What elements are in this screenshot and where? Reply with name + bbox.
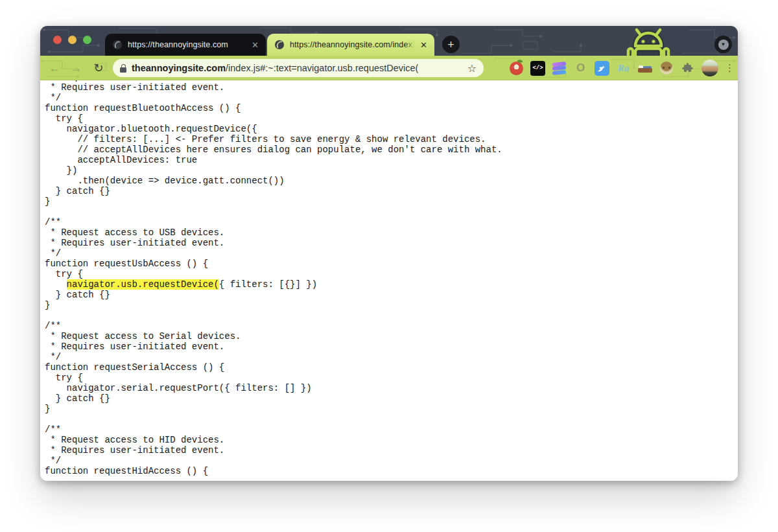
chevron-down-icon: ▼ (721, 42, 726, 47)
plus-icon: + (447, 39, 454, 51)
zoom-window-button[interactable] (83, 36, 91, 44)
page-content: * Request access to Bluetooth devices. *… (40, 80, 738, 481)
url-text: theannoyingsite.com/index.js#:~:text=nav… (132, 63, 418, 73)
profile-avatar[interactable] (701, 60, 718, 76)
code-glyph: </> (532, 65, 543, 71)
bed-extension-icon[interactable] (637, 61, 652, 76)
text-fragment-highlight: navigator.usb.requestDevice( (67, 279, 219, 290)
letter-o-glyph: O (576, 62, 585, 75)
new-tab-button[interactable]: + (442, 36, 460, 53)
tab-strip: https://theannoyingsite.com ✕ https://th… (40, 26, 738, 56)
reload-button[interactable]: ↻ (89, 56, 108, 80)
globe-favicon (274, 40, 285, 50)
letter-o-extension-icon[interactable]: O (573, 61, 588, 76)
tab-title: https://theannoyingsite.com/index.js (290, 40, 415, 49)
code-block: * Request access to Bluetooth devices. *… (40, 80, 738, 476)
tab-scroll-button[interactable]: ▼ (714, 36, 732, 53)
kebab-menu-icon: ⋮ (725, 62, 735, 73)
tab-theannoyingsite-indexjs[interactable]: https://theannoyingsite.com/index.js ✕ (267, 34, 434, 56)
tab-title-fade (405, 40, 415, 49)
pufferfish-extension-icon[interactable] (659, 61, 674, 76)
ra-extension-icon[interactable]: Ra (616, 61, 631, 76)
apple-core-extension-icon[interactable] (509, 61, 524, 76)
tab-close-icon[interactable]: ✕ (252, 40, 259, 50)
bird-extension-icon[interactable] (595, 61, 609, 76)
bookmark-star-icon[interactable]: ☆ (467, 62, 477, 75)
traffic-lights (53, 36, 91, 44)
toolbar: ← → ↻ theannoyingsite.com/index.js#:~:te… (40, 56, 738, 80)
puzzle-glyph (681, 62, 694, 75)
forward-icon: → (70, 62, 82, 75)
layers-extension-icon[interactable] (552, 61, 567, 76)
tab-close-icon[interactable]: ✕ (420, 40, 427, 50)
tab-theannoyingsite[interactable]: https://theannoyingsite.com ✕ (105, 34, 266, 56)
url-path: /index.js#:~:text=navigator.usb.requestD… (226, 63, 418, 73)
back-button[interactable]: ← (45, 56, 64, 80)
ra-glyph: Ra (618, 63, 630, 74)
android-robot-icon (616, 27, 681, 56)
url-domain: theannoyingsite.com (132, 63, 226, 73)
reload-icon: ↻ (93, 61, 103, 75)
extensions-row: </> O Ra (509, 56, 734, 80)
code-extension-icon[interactable]: </> (530, 61, 545, 76)
close-window-button[interactable] (53, 36, 62, 44)
extensions-puzzle-icon[interactable] (680, 61, 695, 76)
browser-window: https://theannoyingsite.com ✕ https://th… (40, 26, 738, 481)
forward-button[interactable]: → (67, 56, 85, 80)
minimize-window-button[interactable] (68, 36, 77, 44)
globe-favicon (112, 40, 123, 50)
address-bar[interactable]: theannoyingsite.com/index.js#:~:text=nav… (113, 59, 484, 77)
tab-title: https://theannoyingsite.com (128, 40, 228, 49)
browser-menu-button[interactable]: ⋮ (725, 62, 734, 74)
lock-icon (120, 64, 126, 73)
bird-glyph (597, 64, 607, 73)
back-icon: ← (49, 62, 60, 75)
